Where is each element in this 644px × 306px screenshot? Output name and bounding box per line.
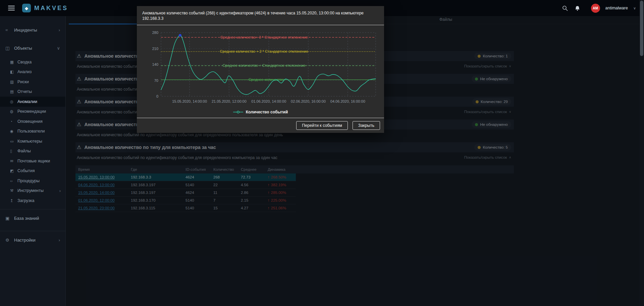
table-row: 01.06.2020, 12:00:00 192.168.3.170 5140 …	[75, 197, 296, 204]
badge-label: Не обнаружено	[480, 77, 508, 81]
sidebar-item-label: Почтовые ящики	[17, 159, 50, 163]
sidebar-item-label: Аномалии	[17, 99, 37, 104]
tab-files[interactable]: Файлы	[439, 17, 452, 22]
col-event-id: ID-события	[185, 167, 213, 171]
scrollbar-thumb[interactable]	[640, 1, 643, 56]
chevron-down-icon: ∨	[57, 46, 60, 51]
warning-triangle-icon: ⚠	[77, 99, 81, 105]
time-link[interactable]: 15.05.2020, 14:00:00	[78, 191, 115, 195]
time-link[interactable]: 04.06.2020, 13:00:00	[78, 183, 115, 187]
sidebar-item-label: Файлы	[17, 149, 31, 153]
sidebar-item-upload[interactable]: ↥ Загрузка	[0, 196, 65, 206]
badge-dot	[476, 100, 479, 103]
sidebar-item-users[interactable]: ◉ Пользователи	[0, 126, 65, 137]
sidebar-item-mailboxes[interactable]: ✉ Почтовые ящики	[0, 156, 65, 166]
card-description: Аномальное количество событий по	[77, 110, 145, 114]
svg-text:280: 280	[152, 31, 158, 35]
time-link[interactable]: 15.05.2020, 13:00:00	[78, 175, 115, 179]
show-hide-list-toggle[interactable]: Показать/скрыть список ∨	[464, 110, 511, 114]
warning-triangle-icon: ⚠	[77, 144, 81, 150]
time-link[interactable]: 01.06.2020, 12:00:00	[78, 198, 115, 202]
makves-logo-icon: ◆	[22, 4, 31, 12]
sidebar-item-anomalies[interactable]: ◎ Аномалии	[0, 97, 65, 107]
sidebar-item-procedures[interactable]: ‹› Процедуры	[0, 176, 65, 186]
toggle-label: Показать/скрыть список	[464, 64, 507, 68]
sidebar-item-risks[interactable]: ▨ Риски	[0, 77, 65, 87]
avatar[interactable]: AM	[591, 4, 600, 13]
show-hide-list-toggle[interactable]: Показать/скрыть список ∨	[464, 64, 511, 68]
knowledge-base-icon: ▣	[5, 216, 14, 221]
chevron-right-icon: ›	[59, 188, 61, 193]
cell-average: 4.56	[241, 183, 268, 187]
sidebar-item-alerts[interactable]: ◔ Оповещения	[0, 116, 65, 126]
table-row: 21.05.2020, 23:00:00 192.168.3.115 5140 …	[75, 204, 296, 212]
status-badge: Не обнаружено	[472, 121, 511, 128]
sidebar-item-files[interactable]: ▯ Файлы	[0, 146, 65, 156]
badge-dot	[478, 146, 481, 149]
page-scrollbar	[639, 0, 644, 306]
cell-where: 192.168.3.115	[131, 206, 185, 210]
recommendations-icon: ◍	[10, 109, 17, 114]
card-description: Аномальное количество событий в т	[77, 87, 146, 92]
sidebar-item-computers[interactable]: ▭ Компьютеры	[0, 136, 65, 146]
chevron-up-icon: ∧	[509, 156, 511, 159]
sidebar-section-objects[interactable]: ◫ Объекты ∨	[0, 39, 65, 57]
sidebar-item-label: Сводка	[17, 60, 32, 64]
sidebar-item-tools[interactable]: ⚒ Инструменты ›	[0, 186, 65, 196]
close-button[interactable]: Закрыть	[353, 121, 380, 130]
sidebar-item-settings[interactable]: ⚙ Настройки ›	[0, 231, 65, 249]
warning-triangle-icon: ⚠	[77, 53, 81, 59]
sidebar-item-events[interactable]: ◩ События	[0, 166, 65, 176]
brand-logo: ◆ MAKVES	[22, 4, 68, 12]
cell-event-id: 5140	[185, 206, 213, 210]
sidebar-item-reports[interactable]: ▤ Отчеты	[0, 87, 65, 97]
svg-text:01.06.2020, 14:00:00: 01.06.2020, 14:00:00	[251, 99, 286, 103]
svg-text:210: 210	[152, 47, 158, 51]
search-icon[interactable]	[561, 5, 569, 12]
badge-dot	[475, 123, 478, 126]
badge-dot	[478, 55, 481, 58]
sidebar-item-label: События	[17, 168, 35, 173]
users-icon: ◉	[10, 129, 17, 134]
sidebar-section-incidents[interactable]: ≈ Инциденты ›	[0, 21, 65, 39]
anomalies-icon: ◎	[10, 99, 17, 104]
go-to-events-button[interactable]: Перейти к событиям	[296, 121, 348, 130]
sidebar-item-recommendations[interactable]: ◍ Рекомендации	[0, 107, 65, 117]
toggle-label: Показать/скрыть список	[464, 110, 507, 114]
alerts-icon: ◔	[10, 119, 17, 123]
col-dynamics: Динамика	[268, 167, 296, 171]
col-where: Где	[131, 167, 185, 171]
chevron-right-icon: ›	[59, 28, 60, 33]
bell-icon[interactable]	[574, 5, 581, 12]
svg-text:Среднее количество+ 3 * Станда: Среднее количество+ 3 * Стандартное откл…	[220, 35, 308, 39]
cell-average: 2.15	[241, 198, 268, 202]
card-description: Аномальное количество событий по идентиф…	[77, 155, 277, 160]
sidebar-section-label: Инциденты	[14, 28, 37, 33]
col-count: Количество	[213, 167, 241, 171]
sidebar-item-analysis[interactable]: ◧ Анализ	[0, 67, 65, 77]
hamburger-menu-icon[interactable]	[8, 6, 15, 10]
card-description: Аномальное количество событий по идентиф…	[77, 133, 283, 137]
risks-icon: ▨	[10, 80, 17, 84]
cell-where: 192.168.3.197	[131, 191, 185, 195]
card-title: Аномальное количество с	[84, 76, 146, 82]
sidebar-item-knowledge-base[interactable]: ▣ База знаний	[0, 209, 65, 227]
username-label[interactable]: antimalware	[605, 6, 628, 10]
active-tab-underline	[69, 23, 137, 24]
toggle-label: Показать/скрыть список	[464, 155, 507, 159]
user-menu-chevron-down-icon[interactable]: ∨	[633, 6, 636, 10]
svg-text:140: 140	[152, 62, 158, 66]
badge-label: Количество: 1	[483, 54, 508, 58]
cell-event-id: 4624	[185, 191, 213, 195]
sidebar-item-label: Компьютеры	[17, 139, 42, 144]
sidebar-item-summary[interactable]: ▦ Сводка	[0, 57, 65, 67]
cell-average: 4.27	[241, 206, 268, 210]
sidebar-item-label: База знаний	[14, 216, 39, 221]
show-hide-list-toggle[interactable]: Показать/скрыть список ∧	[464, 155, 511, 159]
summary-icon: ▦	[10, 60, 17, 64]
time-link[interactable]: 21.05.2020, 23:00:00	[78, 206, 115, 210]
arrow-up-icon: ↑	[268, 206, 270, 210]
count-badge: Количество: 29	[472, 98, 511, 105]
svg-text:21.05.2020, 12:00:00: 21.05.2020, 12:00:00	[212, 99, 247, 103]
files-icon: ▯	[10, 149, 17, 153]
